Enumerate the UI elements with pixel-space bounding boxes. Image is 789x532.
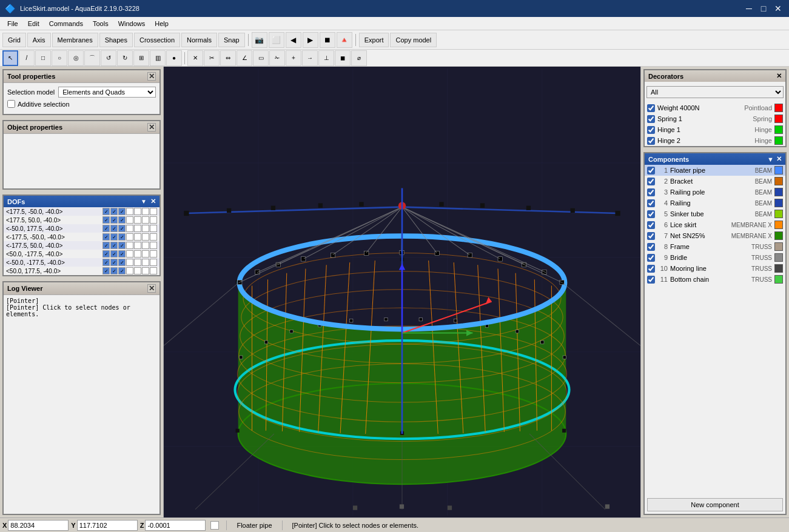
dof-checkbox-4[interactable] [134,208,141,215]
dof-checkbox-2[interactable]: ✓ [118,267,126,274]
dof-checkbox-1[interactable]: ✓ [110,259,118,266]
object-properties-close[interactable]: ✕ [147,123,156,131]
dof-checkbox-3[interactable] [126,208,133,215]
dof-checkbox-1[interactable]: ✓ [110,216,118,224]
additive-selection-checkbox[interactable] [7,100,15,108]
dof-checkbox-0[interactable]: ✓ [102,267,110,274]
decorator-row[interactable]: Hinge 2Hinge [645,135,785,146]
component-checkbox[interactable] [647,199,655,207]
maximize-button[interactable]: □ [757,2,770,15]
grid-toggle[interactable]: Grid [2,33,26,47]
decorator-row[interactable]: Weight 4000NPointload [645,102,785,113]
dof-checkbox-0[interactable]: ✓ [102,216,110,224]
component-checkbox[interactable] [647,265,655,273]
dof-checkbox-1[interactable]: ✓ [110,208,118,215]
dof-checkbox-4[interactable] [134,233,141,241]
dof-checkbox-5[interactable] [142,208,149,215]
menu-commands[interactable]: Commands [44,19,88,28]
dof-checkbox-3[interactable] [126,267,133,274]
component-row[interactable]: 7Net SN25%MEMBRANE X [645,230,785,241]
dof-checkbox-2[interactable]: ✓ [118,259,126,266]
menu-help[interactable]: Help [150,19,173,28]
component-checkbox[interactable] [647,178,655,185]
plus-tool[interactable]: + [286,50,301,66]
export-button[interactable]: Export [359,33,389,47]
minimize-button[interactable]: ─ [743,2,755,15]
measure-tool[interactable]: ⊥ [318,50,334,66]
component-checkbox[interactable] [647,188,655,196]
pointer-tool[interactable]: ↖ [2,50,18,66]
decorator-checkbox[interactable] [647,137,655,145]
fill-tool[interactable]: ◼ [335,50,351,66]
shapes-toggle[interactable]: Shapes [99,33,133,47]
grid-view-tool[interactable]: ⊞ [133,50,149,66]
dof-checkbox-0[interactable]: ✓ [102,208,110,215]
circle-select-tool[interactable]: ○ [52,50,67,66]
decorator-checkbox[interactable] [647,104,655,112]
circle-tool2[interactable]: ● [166,50,182,66]
dof-checkbox-5[interactable] [142,225,149,232]
component-checkbox[interactable] [647,254,655,262]
decorator-checkbox[interactable] [647,115,655,123]
dof-checkbox-6[interactable] [150,225,157,232]
dof-checkbox-1[interactable]: ✓ [110,242,118,249]
dof-checkbox-5[interactable] [142,242,149,249]
redo-tool[interactable]: ↻ [117,50,133,66]
bars-tool[interactable]: ▥ [150,50,166,66]
decorator-row[interactable]: Hinge 1Hinge [645,124,785,135]
component-row[interactable]: 8FrameTRUSS [645,241,785,252]
close-button[interactable]: ✕ [772,2,784,15]
tb-icon-2[interactable]: ⬜ [269,32,284,48]
menu-tools[interactable]: Tools [88,19,113,28]
dof-checkbox-1[interactable]: ✓ [110,233,118,241]
decorator-row[interactable]: Spring 1Spring [645,113,785,124]
component-row[interactable]: 5Sinker tubeBEAM [645,208,785,219]
ring-tool[interactable]: ◎ [68,50,84,66]
normals-toggle[interactable]: Normals [181,33,217,47]
dofs-close-icon[interactable]: ✕ [150,198,156,205]
undo-tool[interactable]: ↺ [101,50,116,66]
y-input[interactable] [77,520,138,531]
component-checkbox[interactable] [647,243,655,251]
snap-checkbox[interactable] [210,521,219,530]
dof-checkbox-3[interactable] [126,250,133,258]
component-checkbox[interactable] [647,232,655,240]
dof-checkbox-0[interactable]: ✓ [102,225,110,232]
dof-checkbox-4[interactable] [134,242,141,249]
log-viewer-close[interactable]: ✕ [147,284,156,293]
angle-tool[interactable]: ∠ [237,50,252,66]
dof-checkbox-1[interactable]: ✓ [110,267,118,274]
dof-checkbox-1[interactable]: ✓ [110,225,118,232]
membranes-toggle[interactable]: Membranes [52,33,98,47]
component-checkbox[interactable] [647,276,655,284]
dof-checkbox-0[interactable]: ✓ [102,233,110,241]
dofs-expand-icon[interactable]: ▼ [141,198,147,205]
dof-checkbox-6[interactable] [150,250,157,258]
dof-checkbox-6[interactable] [150,267,157,274]
dof-checkbox-2[interactable]: ✓ [118,208,126,215]
component-checkbox[interactable] [647,221,655,229]
dof-checkbox-0[interactable]: ✓ [102,250,110,258]
dof-checkbox-2[interactable]: ✓ [118,233,126,241]
component-row[interactable]: 6Lice skirtMEMBRANE X [645,219,785,230]
dof-checkbox-4[interactable] [134,216,141,224]
menu-windows[interactable]: Windows [113,19,150,28]
line-tool[interactable]: / [19,50,35,66]
dof-checkbox-2[interactable]: ✓ [118,250,126,258]
merge-tool[interactable]: ⇔ [220,50,236,66]
component-row[interactable]: 10Mooring lineTRUSS [645,263,785,274]
tb-icon-6[interactable]: 🔺 [337,32,352,48]
axis-toggle[interactable]: Axis [27,33,51,47]
tb-icon-3[interactable]: ◀ [286,32,301,48]
cross-tool[interactable]: ✕ [187,50,203,66]
tb-icon-4[interactable]: ▶ [303,32,318,48]
dof-checkbox-3[interactable] [126,233,133,241]
x-input[interactable] [8,520,69,531]
tb-icon-1[interactable]: 📷 [252,32,267,48]
component-row[interactable]: 9BridleTRUSS [645,252,785,263]
viewport[interactable] [164,67,640,517]
rect-tool[interactable]: ▭ [253,50,269,66]
dof-checkbox-2[interactable]: ✓ [118,242,126,249]
dof-checkbox-5[interactable] [142,216,149,224]
tool-properties-close[interactable]: ✕ [147,72,156,81]
